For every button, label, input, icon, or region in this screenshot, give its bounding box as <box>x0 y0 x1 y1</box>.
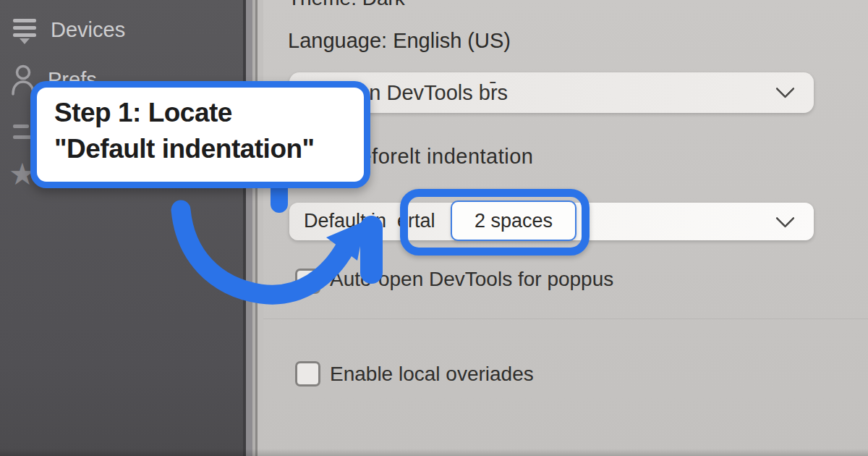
bottom-vignette <box>0 449 868 456</box>
step-callout: Step 1: Locate "Default indentation" <box>30 81 370 188</box>
scrollbar[interactable] <box>243 0 263 456</box>
local-overrides-checkbox[interactable] <box>295 361 320 387</box>
settings-sidebar: Devices Prefs ★ <box>0 0 243 456</box>
chevron-down-icon <box>775 208 795 228</box>
language-setting-text: Language: English (US) <box>288 29 511 53</box>
devices-icon <box>13 17 36 42</box>
sidebar-item-devices[interactable]: Devices <box>13 17 125 42</box>
auto-open-devtools-checkbox[interactable] <box>295 269 320 294</box>
indentation-value-dropdown[interactable]: 2 spaces <box>451 200 576 241</box>
section-heading: Deforelt indentation <box>344 145 534 169</box>
local-overrides-label: Enable local overiades <box>330 363 534 386</box>
callout-line1: Step 1: Locate <box>54 95 364 131</box>
theme-setting-text: Theme: Dark <box>288 0 405 10</box>
chevron-down-icon <box>775 79 795 98</box>
section-divider <box>263 318 868 319</box>
filter-lines-icon[interactable] <box>13 123 32 140</box>
sidebar-item-label: Devices <box>51 18 125 42</box>
auto-open-devtools-label: Auto-open DevTools for poppus <box>330 268 613 291</box>
callout-line2: "Default indentation" <box>54 131 364 167</box>
indentation-value: 2 spaces <box>475 210 553 232</box>
devtools-settings-screen: Devices Prefs ★ Theme: Dark Language: En… <box>0 0 868 456</box>
